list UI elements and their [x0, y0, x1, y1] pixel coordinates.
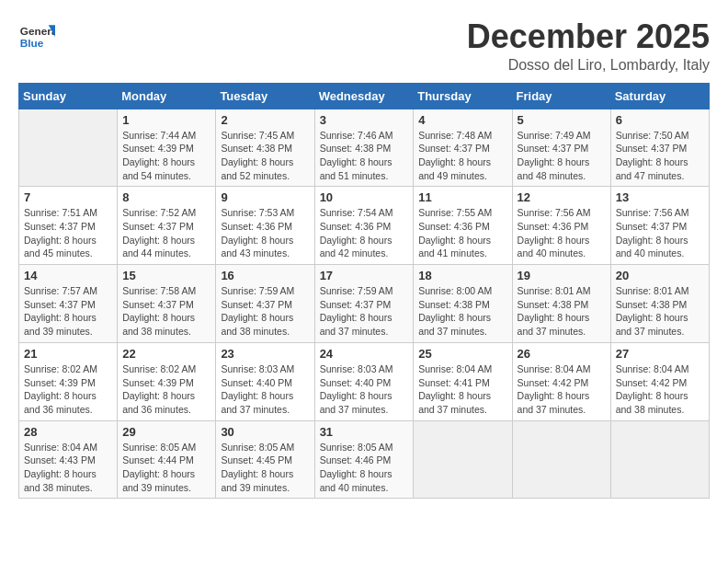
day-number: 27 [616, 347, 704, 361]
calendar-cell: 24Sunrise: 8:03 AMSunset: 4:40 PMDayligh… [314, 342, 414, 420]
calendar-cell: 30Sunrise: 8:05 AMSunset: 4:45 PMDayligh… [216, 420, 314, 499]
day-info: Sunrise: 8:01 AMSunset: 4:38 PMDaylight:… [616, 284, 704, 339]
calendar-cell [19, 109, 118, 187]
day-number: 23 [221, 347, 309, 361]
calendar-cell: 3Sunrise: 7:46 AMSunset: 4:38 PMDaylight… [314, 109, 414, 187]
day-of-week-header: Monday [118, 83, 216, 109]
day-number: 22 [122, 347, 210, 361]
calendar-cell: 1Sunrise: 7:44 AMSunset: 4:39 PMDaylight… [118, 109, 216, 187]
day-info: Sunrise: 7:58 AMSunset: 4:37 PMDaylight:… [122, 284, 210, 339]
day-number: 10 [320, 190, 409, 204]
calendar-cell: 22Sunrise: 8:02 AMSunset: 4:39 PMDayligh… [118, 342, 216, 420]
calendar-week-row: 21Sunrise: 8:02 AMSunset: 4:39 PMDayligh… [19, 342, 710, 420]
svg-text:Blue: Blue [20, 37, 44, 50]
day-info: Sunrise: 8:04 AMSunset: 4:42 PMDaylight:… [616, 362, 704, 417]
day-number: 8 [122, 190, 210, 204]
day-info: Sunrise: 8:04 AMSunset: 4:42 PMDaylight:… [518, 362, 606, 417]
calendar-cell: 12Sunrise: 7:56 AMSunset: 4:36 PMDayligh… [512, 187, 610, 265]
day-number: 3 [320, 113, 409, 127]
calendar-cell: 16Sunrise: 7:59 AMSunset: 4:37 PMDayligh… [216, 265, 314, 343]
calendar-cell: 4Sunrise: 7:48 AMSunset: 4:37 PMDaylight… [414, 109, 512, 187]
day-info: Sunrise: 8:04 AMSunset: 4:43 PMDaylight:… [24, 441, 112, 495]
day-number: 30 [221, 425, 309, 439]
day-info: Sunrise: 7:55 AMSunset: 4:36 PMDaylight:… [418, 206, 506, 260]
day-info: Sunrise: 8:01 AMSunset: 4:38 PMDaylight:… [518, 284, 606, 339]
calendar-week-row: 7Sunrise: 7:51 AMSunset: 4:37 PMDaylight… [19, 187, 710, 265]
day-info: Sunrise: 8:03 AMSunset: 4:40 PMDaylight:… [221, 362, 309, 417]
calendar-cell: 14Sunrise: 7:57 AMSunset: 4:37 PMDayligh… [19, 265, 118, 343]
calendar-header-row: SundayMondayTuesdayWednesdayThursdayFrid… [19, 83, 710, 109]
calendar-cell: 2Sunrise: 7:45 AMSunset: 4:38 PMDaylight… [216, 109, 314, 187]
day-info: Sunrise: 8:04 AMSunset: 4:41 PMDaylight:… [418, 362, 506, 417]
day-number: 31 [320, 425, 409, 439]
day-info: Sunrise: 7:48 AMSunset: 4:37 PMDaylight:… [418, 129, 506, 183]
day-number: 21 [24, 347, 112, 361]
day-info: Sunrise: 7:51 AMSunset: 4:37 PMDaylight:… [24, 206, 112, 260]
calendar-cell: 23Sunrise: 8:03 AMSunset: 4:40 PMDayligh… [216, 342, 314, 420]
day-number: 16 [221, 269, 309, 282]
day-info: Sunrise: 7:52 AMSunset: 4:37 PMDaylight:… [122, 206, 210, 260]
calendar-week-row: 28Sunrise: 8:04 AMSunset: 4:43 PMDayligh… [19, 420, 710, 499]
day-info: Sunrise: 7:44 AMSunset: 4:39 PMDaylight:… [122, 129, 210, 183]
calendar-cell: 5Sunrise: 7:49 AMSunset: 4:37 PMDaylight… [512, 109, 610, 187]
day-info: Sunrise: 8:05 AMSunset: 4:46 PMDaylight:… [320, 441, 409, 495]
day-info: Sunrise: 7:59 AMSunset: 4:37 PMDaylight:… [221, 284, 309, 339]
day-number: 6 [616, 113, 704, 127]
day-number: 11 [418, 190, 506, 204]
calendar-cell: 27Sunrise: 8:04 AMSunset: 4:42 PMDayligh… [610, 342, 709, 420]
day-number: 7 [24, 190, 112, 204]
calendar-cell: 21Sunrise: 8:02 AMSunset: 4:39 PMDayligh… [19, 342, 118, 420]
day-of-week-header: Tuesday [216, 83, 314, 109]
calendar-cell: 31Sunrise: 8:05 AMSunset: 4:46 PMDayligh… [314, 420, 414, 499]
calendar-cell [414, 420, 512, 499]
day-info: Sunrise: 8:05 AMSunset: 4:44 PMDaylight:… [122, 441, 210, 495]
day-info: Sunrise: 7:57 AMSunset: 4:37 PMDaylight:… [24, 284, 112, 339]
calendar-cell: 25Sunrise: 8:04 AMSunset: 4:41 PMDayligh… [414, 342, 512, 420]
day-info: Sunrise: 7:50 AMSunset: 4:37 PMDaylight:… [616, 129, 704, 183]
day-info: Sunrise: 7:49 AMSunset: 4:37 PMDaylight:… [518, 129, 606, 183]
day-info: Sunrise: 7:46 AMSunset: 4:38 PMDaylight:… [320, 129, 409, 183]
day-info: Sunrise: 8:02 AMSunset: 4:39 PMDaylight:… [122, 362, 210, 417]
day-info: Sunrise: 8:00 AMSunset: 4:38 PMDaylight:… [418, 284, 506, 339]
day-info: Sunrise: 8:05 AMSunset: 4:45 PMDaylight:… [221, 441, 309, 495]
day-info: Sunrise: 7:54 AMSunset: 4:36 PMDaylight:… [320, 206, 409, 260]
day-number: 13 [616, 190, 704, 204]
day-info: Sunrise: 7:56 AMSunset: 4:37 PMDaylight:… [616, 206, 704, 260]
calendar-cell: 8Sunrise: 7:52 AMSunset: 4:37 PMDaylight… [118, 187, 216, 265]
calendar-cell [512, 420, 610, 499]
location-title: Dosso del Liro, Lombardy, Italy [467, 57, 710, 74]
day-number: 29 [122, 425, 210, 439]
day-number: 15 [122, 269, 210, 282]
day-info: Sunrise: 8:03 AMSunset: 4:40 PMDaylight:… [320, 362, 409, 417]
month-title: December 2025 [467, 18, 710, 55]
calendar-cell: 28Sunrise: 8:04 AMSunset: 4:43 PMDayligh… [19, 420, 118, 499]
title-block: December 2025 Dosso del Liro, Lombardy, … [467, 18, 710, 74]
calendar-cell: 7Sunrise: 7:51 AMSunset: 4:37 PMDaylight… [19, 187, 118, 265]
day-of-week-header: Sunday [19, 83, 118, 109]
day-info: Sunrise: 7:56 AMSunset: 4:36 PMDaylight:… [518, 206, 606, 260]
day-info: Sunrise: 8:02 AMSunset: 4:39 PMDaylight:… [24, 362, 112, 417]
day-number: 18 [418, 269, 506, 282]
day-of-week-header: Thursday [414, 83, 512, 109]
day-number: 12 [518, 190, 606, 204]
calendar-cell: 19Sunrise: 8:01 AMSunset: 4:38 PMDayligh… [512, 265, 610, 343]
day-number: 19 [518, 269, 606, 282]
day-of-week-header: Friday [512, 83, 610, 109]
day-number: 9 [221, 190, 309, 204]
calendar-cell: 10Sunrise: 7:54 AMSunset: 4:36 PMDayligh… [314, 187, 414, 265]
calendar-week-row: 14Sunrise: 7:57 AMSunset: 4:37 PMDayligh… [19, 265, 710, 343]
calendar-cell: 29Sunrise: 8:05 AMSunset: 4:44 PMDayligh… [118, 420, 216, 499]
day-number: 5 [518, 113, 606, 127]
day-number: 25 [418, 347, 506, 361]
day-info: Sunrise: 7:45 AMSunset: 4:38 PMDaylight:… [221, 129, 309, 183]
day-info: Sunrise: 7:53 AMSunset: 4:36 PMDaylight:… [221, 206, 309, 260]
day-info: Sunrise: 7:59 AMSunset: 4:37 PMDaylight:… [320, 284, 409, 339]
day-of-week-header: Saturday [610, 83, 709, 109]
calendar-cell: 15Sunrise: 7:58 AMSunset: 4:37 PMDayligh… [118, 265, 216, 343]
day-number: 4 [418, 113, 506, 127]
calendar-cell: 9Sunrise: 7:53 AMSunset: 4:36 PMDaylight… [216, 187, 314, 265]
calendar-table: SundayMondayTuesdayWednesdayThursdayFrid… [18, 83, 710, 500]
day-number: 24 [320, 347, 409, 361]
calendar-cell: 20Sunrise: 8:01 AMSunset: 4:38 PMDayligh… [610, 265, 709, 343]
day-number: 2 [221, 113, 309, 127]
